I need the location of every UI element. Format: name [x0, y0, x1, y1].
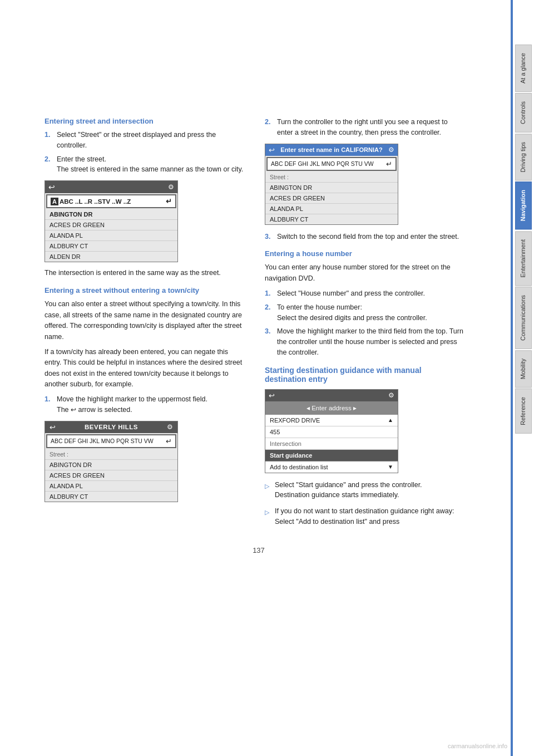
- right-step2: 2. Turn the controller to the right unti…: [265, 117, 465, 138]
- tab-driving-tips[interactable]: Driving tips: [515, 134, 532, 180]
- section-street-without-town: Entering a street without entering a tow…: [44, 286, 245, 502]
- tab-reference[interactable]: Reference: [515, 389, 532, 434]
- section-start-guidance: Starting destination guidance with manua…: [265, 366, 465, 527]
- house-step-3: 3. Move the highlight marker to the thir…: [265, 326, 465, 357]
- two-column-layout: Entering street and intersection 1. Sele…: [44, 117, 473, 533]
- page-number: 137: [44, 546, 473, 560]
- ui-california-header: ↩ Enter street name in CALIFORNIA? ⚙: [265, 144, 398, 156]
- section-heading-street-without-town: Entering a street without entering a tow…: [44, 286, 245, 294]
- tab-communications[interactable]: Communications: [515, 287, 532, 349]
- footer-text-intersection: The intersection is entered in the same …: [44, 268, 245, 278]
- ui-box2-header: ↩ BEVERLY HILLS ⚙: [45, 421, 177, 433]
- back-arrow-addr: ↩: [269, 391, 275, 400]
- ui-screenshot-box-1: ↩ ⚙ AABC ..L ..R ..STV ..W ..Z ↵ ABINGTO…: [44, 180, 178, 262]
- ui-addr-row-1: REXFORD DRIVE ▲: [265, 415, 398, 426]
- ui-addr-row-start: Start guidance: [265, 450, 398, 462]
- ui-screenshot-box-2: ↩ BEVERLY HILLS ⚙ ABC DEF GHI JKL MNO PQ…: [44, 421, 178, 502]
- section-entering-street: Entering street and intersection 1. Sele…: [44, 117, 245, 278]
- sidebar-tabs: At a glance Controls Driving tips Naviga…: [513, 0, 534, 756]
- settings-icon-ca: ⚙: [388, 146, 394, 154]
- tab-mobility[interactable]: Mobility: [515, 350, 532, 387]
- house-step-1: 1. Select "House number" and press the c…: [265, 288, 465, 299]
- triangle-icon-2: ▷: [265, 508, 270, 527]
- settings-icon-2: ⚙: [167, 423, 173, 431]
- main-content: Entering street and intersection 1. Sele…: [0, 0, 506, 577]
- ui-ca-row3: ALANDA PL: [265, 204, 398, 214]
- section-house-number: Entering a house number You can enter an…: [265, 249, 465, 357]
- tab-navigation[interactable]: Navigation: [515, 181, 532, 229]
- enter-icon-2: ↵: [166, 437, 172, 445]
- section-heading-entering-street: Entering street and intersection: [44, 117, 245, 125]
- back-arrow-icon: ↩: [48, 183, 55, 192]
- ui-addr-row-add: Add to destination list ▼: [265, 462, 398, 473]
- step-num-r2: 2.: [265, 117, 274, 138]
- settings-icon-addr: ⚙: [388, 391, 394, 399]
- ui-row-2-aldbury: ALDBURY CT: [45, 492, 177, 502]
- ui-addr-row-3: Intersection: [265, 438, 398, 450]
- step-num: 3.: [265, 326, 274, 357]
- house-step-2: 2. To enter the house number:Select the …: [265, 302, 465, 323]
- tab-at-a-glance[interactable]: At a glance: [515, 45, 532, 92]
- ui-box1-header: ↩ ⚙: [45, 181, 177, 193]
- ui-addr-header: ↩ ⚙: [265, 390, 398, 401]
- bullet-text-1: Select "Start guidance" and press the co…: [275, 480, 422, 501]
- ui-row-acres: ACRES DR GREEN: [45, 220, 177, 230]
- ui-enter-address-box: ↩ ⚙ ◂ Enter address ▸ REXFORD DRIVE ▲ 45…: [265, 389, 398, 473]
- triangle-icon-1: ▷: [265, 482, 270, 501]
- ui-california-input: ABC DEF GHI JKL MNO PQR STU VW ↵: [266, 157, 397, 171]
- step-text: To enter the house number:Select the des…: [277, 302, 427, 323]
- ui-row-2-abington: ABINGTON DR: [45, 460, 177, 470]
- ui-box1-input: AABC ..L ..R ..STV ..W ..Z ↵: [46, 194, 176, 208]
- ui-row-2-alanda: ALANDA PL: [45, 481, 177, 492]
- ui-row-aldbury: ALDBURY CT: [45, 241, 177, 252]
- ui-row-alden: ALDEN DR: [45, 252, 177, 262]
- body-text-2: If a town/city has already been entered,…: [44, 347, 245, 390]
- section-heading-house: Entering a house number: [265, 249, 465, 258]
- ui-row-abington: ABINGTON DR: [45, 209, 177, 220]
- step-num: 1.: [44, 394, 53, 415]
- ui-ca-row1: ABINGTON DR: [265, 183, 398, 193]
- bullet-text-2: If you do not want to start destination …: [275, 506, 454, 527]
- step-1-1: 1. Select "Street" or the street display…: [44, 130, 245, 151]
- ui-screenshot-california: ↩ Enter street name in CALIFORNIA? ⚙ ABC…: [265, 144, 398, 225]
- enter-icon: ↵: [166, 197, 172, 205]
- step-1-2: 2. Enter the street.The street is entere…: [44, 154, 245, 175]
- right-step3: 3. Switch to the second field from the t…: [265, 232, 465, 242]
- right-column: 2. Turn the controller to the right unti…: [265, 117, 465, 533]
- ui-ca-row2: ACRES DR GREEN: [265, 193, 398, 204]
- back-arrow-ca: ↩: [269, 146, 275, 154]
- steps-list-1: 1. Select "Street" or the street display…: [44, 130, 245, 175]
- watermark: carmanualsonline.info: [448, 743, 507, 749]
- step-num: 1.: [44, 130, 53, 151]
- ui-row-alanda: ALANDA PL: [45, 230, 177, 241]
- bullet-1: ▷ Select "Start guidance" and press the …: [265, 480, 465, 501]
- step-text-r2: Turn the controller to the right until y…: [277, 117, 465, 138]
- california-label: Enter street name in CALIFORNIA?: [280, 146, 382, 153]
- bullet-list: ▷ Select "Start guidance" and press the …: [265, 480, 465, 527]
- settings-icon: ⚙: [168, 183, 174, 191]
- ui-row-label: Street :: [45, 449, 177, 460]
- ui-box2-input: ABC DEF GHI JKL MNO PQR STU VW ↵: [46, 434, 176, 448]
- body-text-1: You can also enter a street without spec…: [44, 299, 245, 342]
- tab-controls[interactable]: Controls: [515, 93, 532, 132]
- step-2-1: 1. Move the highlight marker to the uppe…: [44, 394, 245, 415]
- left-column: Entering street and intersection 1. Sele…: [44, 117, 245, 533]
- steps-list-2: 1. Move the highlight marker to the uppe…: [44, 394, 245, 415]
- step-num: 1.: [265, 288, 274, 299]
- step-text: Select "House number" and press the cont…: [277, 288, 425, 299]
- ui-ca-label: Street :: [265, 172, 398, 183]
- back-arrow-icon-2: ↩: [50, 423, 56, 431]
- step-text: Move the highlight marker to the uppermo…: [57, 394, 207, 415]
- step-num: 2.: [265, 302, 274, 323]
- ui-addr-row-2: 455: [265, 426, 398, 438]
- tab-entertainment[interactable]: Entertainment: [515, 231, 532, 286]
- house-intro: You can enter any house number stored fo…: [265, 262, 465, 284]
- ui-row-2-acres: ACRES DR GREEN: [45, 470, 177, 481]
- step-num-r3: 3.: [265, 232, 274, 242]
- ui-addr-center: ◂ Enter address ▸: [265, 401, 398, 415]
- enter-icon-ca: ↵: [386, 160, 392, 168]
- ui-ca-row4: ALDBURY CT: [265, 214, 398, 224]
- bullet-2: ▷ If you do not want to start destinatio…: [265, 506, 465, 527]
- step-text-r3: Switch to the second field from the top …: [277, 232, 459, 242]
- house-steps: 1. Select "House number" and press the c…: [265, 288, 465, 358]
